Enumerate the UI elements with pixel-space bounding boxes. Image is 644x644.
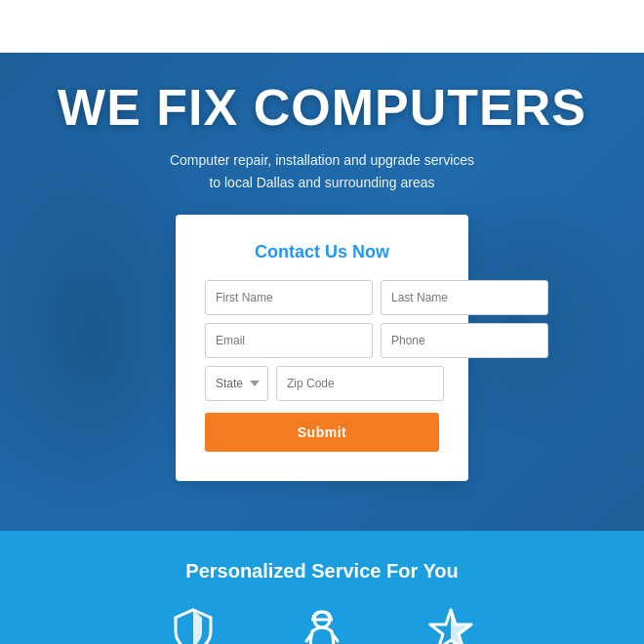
brand-name: Computer Repair	[29, 18, 160, 35]
submit-button[interactable]: Submit	[205, 413, 439, 452]
phone-input[interactable]	[381, 323, 548, 358]
email-input[interactable]	[205, 323, 373, 358]
shield-icon	[168, 606, 219, 644]
hero-content: WE FIX COMPUTERS Computer repair, instal…	[0, 53, 644, 481]
bottom-title: Personalized Service For You	[185, 560, 458, 583]
hero-subtext: Computer repair, installation and upgrad…	[170, 149, 474, 193]
last-name-input[interactable]	[381, 280, 548, 315]
form-row-name	[205, 280, 439, 315]
phone-number: 1-888-000-0800	[517, 19, 615, 34]
technician-icon	[297, 606, 347, 644]
bottom-section: Personalized Service For You	[0, 531, 644, 644]
form-row-location: State	[205, 366, 439, 401]
navbar: Computer Repair 1-888-000-0800	[0, 0, 644, 53]
hero-headline: WE FIX COMPUTERS	[58, 80, 586, 136]
zip-input[interactable]	[276, 366, 444, 401]
first-name-input[interactable]	[205, 280, 373, 315]
star-icon	[425, 606, 476, 644]
form-title: Contact Us Now	[205, 242, 439, 262]
icons-row	[168, 606, 476, 644]
form-row-contact	[205, 323, 439, 358]
contact-form-card: Contact Us Now State Submit	[176, 215, 468, 481]
state-select[interactable]: State	[205, 366, 268, 401]
hero-section: WE FIX COMPUTERS Computer repair, instal…	[0, 53, 644, 531]
